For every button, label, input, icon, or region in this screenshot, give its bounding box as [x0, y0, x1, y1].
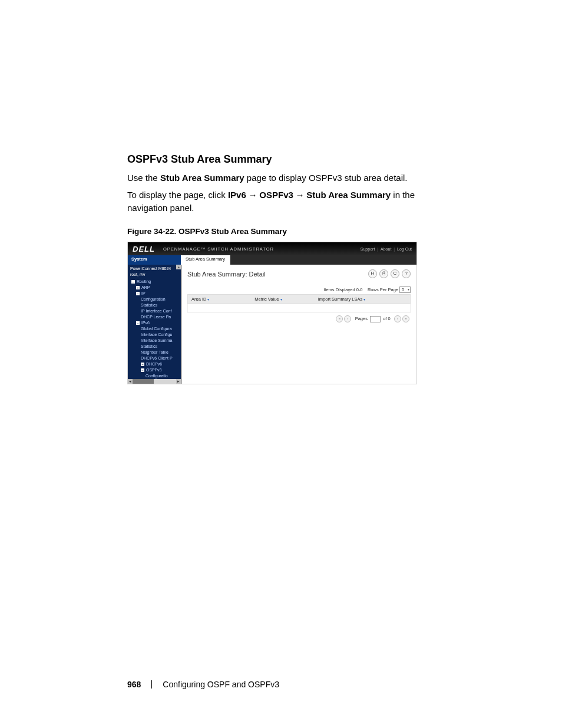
col-metric-value[interactable]: Metric Value▾ — [254, 297, 318, 302]
nav-ospf-config[interactable]: Configuratio — [128, 373, 181, 379]
nav-statistics2[interactable]: Statistics — [128, 344, 181, 350]
breadcrumb-stub: Stub Area Summary — [306, 190, 391, 200]
tab-stub-area-summary[interactable]: Stub Area Summary — [181, 255, 230, 265]
top-links: Support | About | Log Out — [359, 247, 412, 251]
nav-paragraph: To display the page, click IPv6 → OSPFv3… — [127, 189, 438, 214]
nav-interface-summary[interactable]: Interface Summa — [128, 338, 181, 344]
breadcrumb-ospfv3: OSPFv3 — [259, 190, 293, 200]
rows-per-page-label: Rows Per Page — [368, 287, 398, 292]
nav-dhcpv6[interactable]: +DHCPv6 — [128, 361, 181, 367]
col-import-lsas[interactable]: Import Summary LSAs▾ — [318, 297, 406, 302]
app-title: OPENMANAGE™ SWITCH ADMINISTRATOR — [163, 246, 274, 252]
items-displayed: Items Displayed 0-0 — [323, 287, 362, 292]
separator: | — [394, 247, 396, 251]
scroll-up-icon[interactable]: ▴ — [176, 265, 181, 269]
footer-divider — [151, 680, 152, 689]
device-user: root, r/w — [128, 272, 181, 279]
nav-configuration[interactable]: Configuration — [128, 297, 181, 302]
pages-of: of 0 — [383, 316, 391, 321]
support-link[interactable]: Support — [361, 247, 375, 251]
device-model: PowerConnect M8024 — [128, 265, 181, 272]
refresh-icon[interactable]: C — [391, 269, 399, 278]
nav-statistics[interactable]: Statistics — [128, 302, 181, 308]
content-area: Stub Area Summary: Detail H ⎙ C ? Items … — [181, 265, 416, 384]
nav-arp[interactable]: +ARP — [128, 285, 181, 291]
scrollbar-thumb[interactable] — [133, 379, 154, 384]
pager-prev-icon[interactable]: ‹ — [344, 315, 351, 322]
text: To display the page, click — [127, 190, 228, 200]
col-area-id[interactable]: Area ID▾ — [191, 297, 254, 302]
label: Routing — [137, 279, 151, 284]
page-number: 968 — [127, 680, 141, 689]
table-header: Area ID▾ Metric Value▾ Import Summary LS… — [187, 294, 411, 304]
pager-first-icon[interactable]: « — [336, 315, 343, 322]
section-title: OSPFv3 Stub Area Summary — [127, 153, 438, 166]
rows-per-page-select[interactable]: 0 — [399, 286, 411, 293]
label: Metric Value — [254, 297, 279, 302]
expand-icon[interactable]: + — [136, 286, 140, 289]
label: IPv6 — [141, 321, 150, 325]
sort-icon: ▾ — [280, 298, 282, 301]
pager-last-icon[interactable]: » — [402, 315, 409, 322]
breadcrumb-ipv6: IPv6 — [228, 190, 246, 200]
nav-tree[interactable]: ▴ PowerConnect M8024 root, r/w −Routing … — [128, 265, 181, 384]
pager: « ‹ Pages of 0 › » — [187, 313, 411, 325]
expand-icon[interactable]: + — [141, 363, 144, 366]
label: IP — [141, 291, 146, 295]
collapse-icon[interactable]: − — [136, 292, 140, 295]
separator: | — [377, 247, 379, 251]
term-stub-area-summary: Stub Area Summary — [160, 173, 244, 183]
logout-link[interactable]: Log Out — [397, 247, 412, 251]
label: ARP — [141, 285, 150, 289]
pager-next-icon[interactable]: › — [394, 315, 401, 322]
about-link[interactable]: About — [381, 247, 391, 251]
text: Use the — [127, 173, 160, 183]
scroll-left-icon[interactable]: ◂ — [128, 379, 133, 384]
nav-dhcpv6-client[interactable]: DHCPv6 Client P — [128, 355, 181, 361]
nav-dhcp-lease[interactable]: DHCP Lease Pa — [128, 314, 181, 320]
content-tools: H ⎙ C ? — [368, 269, 411, 278]
pager-input[interactable] — [370, 316, 381, 322]
nav-ip[interactable]: −IP — [128, 291, 181, 297]
scroll-right-icon[interactable]: ▸ — [176, 379, 181, 384]
page-footer: 968 Configuring OSPF and OSPFv3 — [127, 680, 279, 689]
intro-paragraph: Use the Stub Area Summary page to displa… — [127, 172, 438, 184]
chapter-title: Configuring OSPF and OSPFv3 — [163, 680, 279, 689]
screenshot: DELL OPENMANAGE™ SWITCH ADMINISTRATOR Su… — [127, 242, 417, 384]
save-icon[interactable]: H — [368, 269, 377, 278]
label: OSPFv3 — [146, 368, 161, 372]
collapse-icon[interactable]: − — [131, 280, 135, 284]
app-header: DELL OPENMANAGE™ SWITCH ADMINISTRATOR Su… — [128, 242, 416, 255]
text: page to display OSPFv3 stub area detail. — [244, 173, 408, 183]
nav-routing[interactable]: −Routing — [128, 279, 181, 285]
sort-icon: ▾ — [207, 298, 209, 301]
sort-icon: ▾ — [363, 298, 365, 301]
label: Area ID — [191, 297, 206, 302]
content-title: Stub Area Summary: Detail — [187, 271, 266, 278]
tab-row: System Stub Area Summary — [128, 255, 416, 265]
figure-caption: Figure 34-22. OSPFv3 Stub Area Summary — [127, 227, 438, 236]
help-icon[interactable]: ? — [402, 269, 411, 278]
label: Import Summary LSAs — [318, 297, 362, 302]
nav-ip-interface[interactable]: IP Interface Conf — [128, 308, 181, 314]
scrollbar-horizontal[interactable]: ◂ ▸ — [128, 379, 181, 384]
content-title-row: Stub Area Summary: Detail H ⎙ C ? — [187, 269, 411, 278]
collapse-icon[interactable]: − — [141, 368, 144, 372]
nav-ospfv3[interactable]: −OSPFv3 — [128, 367, 181, 373]
table-meta: Items Displayed 0-0 Rows Per Page 0 — [187, 285, 411, 294]
arrow-icon: → — [293, 190, 307, 200]
nav-neighbor-table[interactable]: Neighbor Table — [128, 350, 181, 355]
nav-global-config[interactable]: Global Configura — [128, 326, 181, 332]
collapse-icon[interactable]: − — [136, 321, 140, 325]
system-header: System — [128, 255, 181, 265]
dell-logo: DELL — [133, 245, 155, 253]
nav-interface-config[interactable]: Interface Configu — [128, 332, 181, 338]
label: DHCPv6 — [146, 362, 162, 366]
print-icon[interactable]: ⎙ — [379, 269, 388, 278]
table-body-empty — [187, 304, 411, 313]
pages-label: Pages — [355, 316, 368, 321]
nav-ipv6[interactable]: −IPv6 — [128, 320, 181, 326]
arrow-icon: → — [246, 190, 260, 200]
